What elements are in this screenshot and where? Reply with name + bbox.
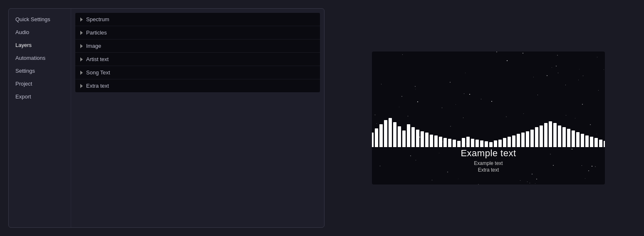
layer-list: SpectrumParticlesImageArtist textSong Te… — [75, 13, 320, 92]
spectrum-bar — [434, 135, 438, 147]
spectrum-bar — [457, 141, 461, 147]
preview-extra-text: Extra text — [372, 167, 605, 173]
sidebar-item-layers[interactable]: Layers — [9, 39, 71, 52]
chevron-right-icon — [80, 31, 83, 35]
layer-label: Artist text — [86, 56, 109, 62]
spectrum-bar — [379, 124, 383, 147]
spectrum-bar — [389, 118, 392, 147]
spectrum-bar — [549, 121, 552, 147]
spectrum-bar — [489, 142, 493, 147]
spectrum-bar — [503, 138, 506, 147]
spectrum-bar — [512, 135, 515, 147]
sidebar-item-project[interactable]: Project — [9, 77, 71, 90]
content-area: SpectrumParticlesImageArtist textSong Te… — [71, 9, 324, 227]
main-container: Quick SettingsAudioLayersAutomationsSett… — [0, 0, 644, 236]
spectrum-bar — [581, 134, 584, 147]
preview-canvas: Example text Example text Extra text — [372, 52, 605, 184]
spectrum-bar — [535, 127, 538, 147]
sidebar-item-settings[interactable]: Settings — [9, 64, 71, 77]
spectrum-bar — [421, 131, 424, 147]
spectrum-bar — [372, 133, 374, 147]
spectrum-bar — [594, 138, 598, 147]
spectrum-bar — [443, 138, 447, 147]
spectrum-bar — [480, 140, 483, 147]
spectrum-bar — [430, 135, 433, 147]
spectrum-bar — [526, 131, 529, 147]
sidebar: Quick SettingsAudioLayersAutomationsSett… — [9, 9, 71, 227]
spectrum-bar — [448, 139, 451, 147]
spectrum-bar — [508, 137, 511, 147]
spectrum-bar — [425, 133, 429, 147]
spectrum-bar — [384, 120, 387, 147]
spectrum-bar — [375, 128, 378, 147]
spectrum-bar — [517, 134, 520, 147]
spectrum-bar — [453, 140, 456, 147]
preview-container: Example text Example text Extra text — [341, 43, 636, 193]
spectrum-bar — [476, 140, 479, 147]
spectrum-container — [372, 106, 605, 147]
spectrum-bar — [393, 122, 396, 147]
spectrum-bar — [498, 140, 502, 147]
chevron-right-icon — [80, 71, 83, 75]
layer-label: Song Text — [86, 69, 110, 76]
sidebar-item-automations[interactable]: Automations — [9, 52, 71, 64]
layer-item-artist-text[interactable]: Artist text — [75, 53, 320, 66]
spectrum-bar — [572, 130, 575, 147]
preview-text-container: Example text Example text Extra text — [372, 148, 605, 173]
spectrum-bar — [576, 132, 580, 147]
spectrum-bar — [599, 140, 602, 147]
spectrum-bar — [416, 130, 419, 147]
spectrum-bar — [562, 127, 566, 147]
layer-label: Extra text — [86, 83, 109, 89]
layer-item-song-text[interactable]: Song Text — [75, 66, 320, 79]
sidebar-item-audio[interactable]: Audio — [9, 26, 71, 39]
spectrum-bar — [471, 139, 474, 147]
sidebar-item-quick-settings[interactable]: Quick Settings — [9, 13, 71, 26]
spectrum-bar — [521, 133, 525, 147]
spectrum-bar — [590, 137, 593, 147]
chevron-right-icon — [80, 57, 83, 61]
layer-item-spectrum[interactable]: Spectrum — [75, 13, 320, 26]
spectrum-bar — [544, 123, 547, 147]
spectrum-bar — [604, 141, 605, 147]
spectrum-bar — [558, 125, 561, 147]
sidebar-item-export[interactable]: Export — [9, 90, 71, 103]
spectrum-bar — [439, 137, 442, 147]
spectrum-bar — [462, 138, 465, 147]
spectrum-bar — [411, 127, 415, 147]
panel: Quick SettingsAudioLayersAutomationsSett… — [8, 8, 324, 228]
preview-sub-text: Example text — [372, 160, 605, 166]
spectrum-bar — [407, 124, 410, 147]
spectrum-bar — [530, 130, 534, 147]
chevron-right-icon — [80, 84, 83, 88]
layer-label: Particles — [86, 30, 107, 36]
layer-label: Spectrum — [86, 16, 109, 22]
spectrum-bar — [398, 126, 401, 147]
chevron-right-icon — [80, 17, 83, 22]
layer-item-image[interactable]: Image — [75, 39, 320, 53]
spectrum-bar — [402, 130, 406, 147]
spectrum-bar — [585, 135, 589, 147]
preview-main-text: Example text — [372, 148, 605, 159]
spectrum-bar — [553, 123, 557, 147]
spectrum-bar — [540, 125, 543, 147]
spectrum-bar — [485, 141, 488, 147]
spectrum-bar — [494, 140, 497, 147]
layer-item-particles[interactable]: Particles — [75, 26, 320, 39]
layer-label: Image — [86, 43, 101, 49]
layer-item-extra-text[interactable]: Extra text — [75, 79, 320, 92]
spectrum-bar — [466, 137, 470, 147]
spectrum-bar — [567, 129, 570, 147]
chevron-right-icon — [80, 44, 83, 48]
